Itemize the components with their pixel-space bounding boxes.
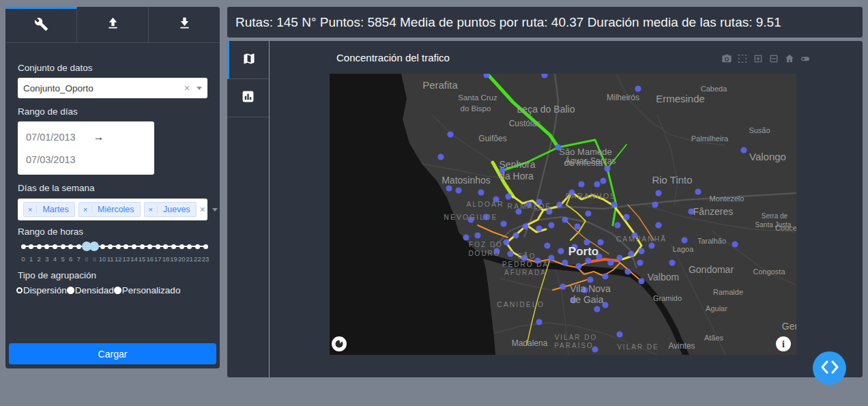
svg-text:Milheirós: Milheirós	[607, 93, 639, 102]
plotly-logo-icon[interactable]	[800, 53, 811, 64]
slider-tick[interactable]	[116, 244, 121, 249]
chevron-down-icon[interactable]	[197, 87, 202, 90]
wrench-icon	[34, 17, 48, 34]
tab-settings[interactable]	[5, 7, 77, 42]
svg-text:Gen: Gen	[782, 321, 796, 332]
date-start-value[interactable]: 07/01/2013	[26, 132, 76, 143]
svg-text:i: i	[782, 339, 785, 349]
dataset-select[interactable]: Conjunto_Oporto ×	[18, 78, 207, 98]
zoom-out-icon[interactable]	[768, 53, 779, 64]
svg-text:AFURADA: AFURADA	[504, 269, 547, 276]
chevron-down-icon[interactable]	[212, 208, 218, 212]
box-select-icon[interactable]	[737, 53, 748, 64]
slider-tick[interactable]	[179, 244, 184, 249]
camera-icon[interactable]	[721, 53, 732, 64]
stats-bar: Rutas: 145 N° Puntos: 5854 Media de punt…	[227, 7, 863, 38]
slider-tick[interactable]	[53, 244, 57, 249]
weekday-chip[interactable]: ×Jueves	[144, 202, 197, 217]
radio-icon[interactable]	[16, 287, 23, 293]
slider-tick-label: 12	[115, 255, 122, 263]
svg-text:Serra de: Serra de	[762, 212, 788, 220]
slider-tick[interactable]	[156, 244, 160, 249]
date-range-picker[interactable]: 07/01/2013 → 07/03/2013	[18, 121, 154, 175]
slider-tick[interactable]	[76, 244, 81, 249]
tab-upload[interactable]	[77, 7, 149, 42]
tab-download[interactable]	[149, 7, 220, 42]
slider-tick-label: 4	[53, 255, 57, 263]
home-icon[interactable]	[784, 53, 795, 64]
chip-remove-icon[interactable]: ×	[79, 205, 92, 214]
chip-remove-icon[interactable]: ×	[145, 205, 158, 214]
slider-tick-label: 14	[130, 255, 138, 263]
svg-text:Congosta: Congosta	[753, 267, 785, 276]
svg-text:de Gaia: de Gaia	[570, 294, 603, 305]
slider-tick[interactable]	[68, 244, 73, 249]
download-icon	[177, 16, 192, 33]
radio-label[interactable]: Personalizado	[122, 285, 181, 295]
svg-text:Perafita: Perafita	[422, 79, 458, 91]
slider-tick[interactable]	[21, 244, 26, 249]
radio-icon[interactable]	[67, 287, 74, 294]
tab-chart-view[interactable]	[227, 79, 269, 117]
svg-text:Atães: Atães	[704, 334, 724, 342]
traffic-map[interactable]: Cidade da MaiaPerafitaSanta Cruzdo Bispo…	[330, 74, 796, 355]
slider-tick[interactable]	[29, 244, 33, 249]
slider-tick[interactable]	[124, 244, 128, 249]
zoom-in-icon[interactable]	[753, 53, 764, 64]
viz-tab-strip	[227, 41, 270, 377]
slider-tick-label: 7	[77, 255, 81, 263]
slider-tick[interactable]	[195, 244, 200, 249]
radio-icon[interactable]	[114, 287, 121, 294]
slider-tick[interactable]	[203, 244, 208, 249]
viz-panel: Concentración del trafico Cidade da Maia…	[227, 41, 863, 377]
svg-text:São Mamede: São Mamede	[559, 147, 611, 157]
svg-text:FOZ DO: FOZ DO	[469, 241, 503, 248]
dataset-label: Conjunto de datos	[18, 63, 93, 73]
svg-text:Cabeda: Cabeda	[701, 85, 727, 93]
slider-tick[interactable]	[61, 244, 66, 249]
svg-text:CAMPANHÃ: CAMPANHÃ	[616, 235, 667, 243]
slider-tick[interactable]	[187, 244, 192, 249]
svg-text:PARAÍSO: PARAÍSO	[554, 341, 594, 349]
slider-tick-label: 20	[178, 255, 186, 263]
slider-tick[interactable]	[44, 244, 49, 249]
slider-tick[interactable]	[37, 244, 42, 249]
radio-label[interactable]: Densidad	[75, 285, 114, 295]
slider-tick-label: 10	[99, 255, 106, 263]
svg-text:Avintes: Avintes	[668, 341, 695, 351]
svg-text:VILAR DE: VILAR DE	[617, 343, 659, 351]
slider-tick-label: 1	[29, 255, 33, 263]
plotly-modebar	[721, 53, 811, 64]
expand-panel-button[interactable]	[813, 351, 846, 385]
slider-tick[interactable]	[147, 244, 152, 249]
date-end-value[interactable]: 07/03/2013	[26, 154, 76, 165]
slider-tick[interactable]	[140, 244, 145, 249]
weekday-chip[interactable]: ×Miércoles	[78, 202, 141, 217]
slider-tick[interactable]	[100, 244, 105, 249]
slider-tick-label: 21	[186, 255, 193, 263]
svg-text:Guifões: Guifões	[478, 134, 506, 143]
weekday-chip[interactable]: ×Martes	[23, 202, 75, 217]
weekdays-select[interactable]: ×Martes×Miércoles×Jueves ×	[18, 199, 207, 220]
arrow-right-icon: →	[93, 131, 104, 143]
slider-tick-label: 15	[139, 255, 146, 263]
slider-tick[interactable]	[163, 244, 168, 249]
slider-tick[interactable]	[108, 244, 113, 249]
hour-range-slider[interactable]: 01234567891011121314151617181920212223	[20, 239, 208, 267]
chip-remove-icon[interactable]: ×	[24, 205, 37, 214]
info-icon: i	[776, 336, 791, 351]
svg-text:Aguiar: Aguiar	[706, 304, 727, 313]
svg-text:Ermesinde: Ermesinde	[656, 93, 705, 104]
clear-icon[interactable]: ×	[200, 204, 205, 215]
svg-text:Valongo: Valongo	[749, 151, 786, 162]
tab-map-view[interactable]	[227, 41, 269, 79]
weekdays-label: Días de la semana	[18, 183, 95, 193]
slider-tick-label: 19	[170, 255, 177, 263]
svg-text:do Bispo: do Bispo	[461, 104, 491, 113]
slider-handle[interactable]	[89, 242, 99, 251]
radio-label[interactable]: Dispersión	[23, 285, 67, 295]
load-button[interactable]: Cargar	[9, 343, 216, 364]
slider-tick[interactable]	[132, 244, 136, 249]
clear-icon[interactable]: ×	[184, 83, 190, 93]
slider-tick[interactable]	[171, 244, 176, 249]
